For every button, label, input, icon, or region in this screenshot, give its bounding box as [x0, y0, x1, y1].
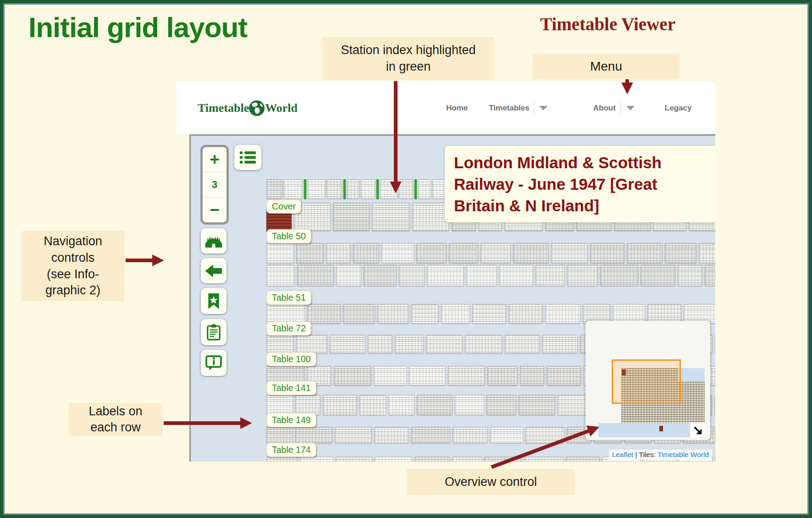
overview-hands-button[interactable]: [201, 228, 226, 253]
page-tile[interactable]: [520, 366, 544, 386]
overview-minimap[interactable]: [586, 321, 710, 440]
page-tile[interactable]: [398, 179, 413, 199]
page-tile[interactable]: [266, 395, 293, 415]
page-tile[interactable]: [375, 457, 412, 462]
page-tile[interactable]: [359, 395, 386, 415]
page-tile[interactable]: [266, 304, 305, 324]
nav-about[interactable]: About: [593, 104, 616, 113]
page-tile[interactable]: [416, 243, 447, 264]
nav-home[interactable]: Home: [446, 104, 468, 113]
page-tile[interactable]: [412, 203, 449, 231]
page-tile[interactable]: [715, 335, 715, 353]
page-tile[interactable]: [452, 457, 482, 462]
page-tile[interactable]: [266, 265, 295, 286]
page-tile[interactable]: [296, 243, 324, 264]
page-tile[interactable]: [678, 265, 702, 286]
page-tile[interactable]: [297, 265, 334, 286]
page-tile[interactable]: [343, 304, 375, 324]
page-tile[interactable]: [395, 335, 424, 353]
page-tile[interactable]: [418, 179, 431, 199]
page-tile[interactable]: [326, 179, 342, 199]
page-tile[interactable]: [536, 265, 564, 286]
station-index-page[interactable]: [414, 179, 417, 199]
station-index-page[interactable]: [343, 179, 346, 199]
page-tile[interactable]: [545, 304, 580, 324]
page-tile[interactable]: [381, 243, 414, 264]
page-tile[interactable]: [472, 304, 506, 324]
page-tile[interactable]: [335, 427, 372, 443]
page-tile[interactable]: [487, 366, 517, 386]
page-tile[interactable]: [715, 457, 715, 462]
zoom-in-button[interactable]: +: [203, 147, 226, 172]
page-tile[interactable]: [399, 265, 425, 286]
nav-legacy[interactable]: Legacy: [665, 104, 692, 113]
page-tile[interactable]: [547, 366, 581, 386]
page-tile[interactable]: [336, 457, 372, 462]
page-tile[interactable]: [409, 366, 446, 386]
page-tile[interactable]: [361, 179, 375, 199]
page-tile[interactable]: [266, 457, 298, 462]
page-tile[interactable]: [525, 457, 563, 462]
page-tile[interactable]: [330, 335, 365, 353]
page-tile[interactable]: [486, 395, 516, 415]
page-tile[interactable]: [427, 265, 464, 286]
notes-button[interactable]: [201, 319, 226, 345]
toc-list-button[interactable]: [234, 145, 261, 170]
page-tile[interactable]: [627, 243, 663, 264]
page-tile[interactable]: [699, 243, 715, 264]
page-tile[interactable]: [372, 203, 410, 231]
page-tile[interactable]: [296, 335, 327, 353]
minimap-viewport-rect[interactable]: [612, 359, 681, 404]
page-tile[interactable]: [665, 243, 696, 264]
page-tile[interactable]: [525, 427, 564, 443]
page-tile[interactable]: [542, 335, 578, 353]
page-tile[interactable]: [353, 243, 379, 264]
nav-timetables[interactable]: Timetables: [489, 104, 530, 113]
page-tile[interactable]: [295, 427, 332, 443]
minimap-toggle-button[interactable]: [690, 423, 705, 438]
page-tile[interactable]: [411, 304, 438, 324]
page-tile[interactable]: [300, 457, 334, 462]
page-tile[interactable]: [490, 427, 523, 443]
page-tile[interactable]: [590, 243, 624, 264]
page-tile[interactable]: [388, 395, 414, 415]
page-tile[interactable]: [513, 243, 549, 264]
page-tile[interactable]: [380, 179, 397, 199]
page-tile[interactable]: [566, 457, 600, 462]
page-tile[interactable]: [334, 366, 371, 386]
page-tile[interactable]: [558, 395, 588, 415]
page-tile[interactable]: [411, 427, 450, 443]
page-tile[interactable]: [466, 265, 497, 286]
page-tile[interactable]: [266, 335, 294, 353]
page-tile[interactable]: [374, 427, 409, 443]
station-index-page[interactable]: [376, 179, 379, 199]
chevron-down-icon[interactable]: [626, 106, 635, 110]
back-button[interactable]: [201, 258, 226, 283]
page-tile[interactable]: [448, 366, 485, 386]
station-index-page[interactable]: [304, 179, 306, 199]
page-tile[interactable]: [481, 243, 511, 264]
page-tile[interactable]: [449, 243, 478, 264]
page-tile[interactable]: [453, 427, 488, 443]
page-tile[interactable]: [519, 395, 555, 415]
page-tile[interactable]: [295, 395, 320, 415]
page-tile[interactable]: [499, 265, 533, 286]
page-tile[interactable]: [505, 335, 540, 353]
page-tile[interactable]: [374, 366, 406, 386]
page-tile[interactable]: [551, 243, 588, 264]
page-tile[interactable]: [326, 243, 351, 264]
page-tile[interactable]: [426, 335, 463, 353]
page-tile[interactable]: [377, 304, 409, 324]
page-tile[interactable]: [714, 395, 715, 415]
page-tile[interactable]: [266, 243, 294, 264]
bookmark-button[interactable]: [201, 288, 226, 314]
leaflet-link[interactable]: Leaflet: [612, 451, 634, 458]
chevron-down-icon[interactable]: [539, 106, 547, 110]
page-tile[interactable]: [323, 395, 357, 415]
page-tile[interactable]: [266, 427, 293, 443]
page-tile[interactable]: [455, 395, 485, 415]
timetable-grid-map[interactable]: Cover Table 50 Table 51 Table 72 Table 1…: [189, 134, 715, 462]
tiles-provider-link[interactable]: Timetable World: [657, 451, 709, 458]
page-tile[interactable]: [600, 265, 638, 286]
page-tile[interactable]: [307, 304, 341, 324]
